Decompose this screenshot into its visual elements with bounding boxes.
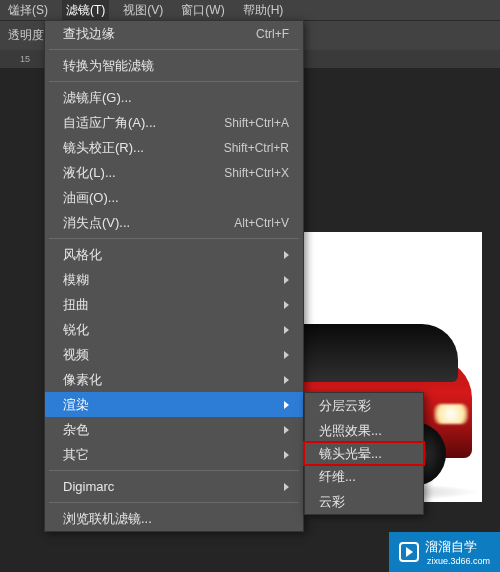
submenu-lens-flare[interactable]: 镜头光晕... [303, 441, 425, 466]
menu-filter-gallery[interactable]: 滤镜库(G)... [45, 85, 303, 110]
menu-blur[interactable]: 模糊 [45, 267, 303, 292]
menu-stylize[interactable]: 风格化 [45, 242, 303, 267]
submenu-clouds[interactable]: 云彩 [305, 489, 423, 514]
menu-convert-smart[interactable]: 转换为智能滤镜 [45, 53, 303, 78]
menu-oil-paint[interactable]: 油画(O)... [45, 185, 303, 210]
opacity-label: 透明度: [8, 27, 47, 44]
play-icon [399, 542, 419, 562]
menu-lens-correction[interactable]: 镜头校正(R)... Shift+Ctrl+R [45, 135, 303, 160]
logo-brand: 溜溜自学 [425, 538, 490, 556]
menu-digimarc[interactable]: Digimarc [45, 474, 303, 499]
menu-find-edges[interactable]: 查找边缘 Ctrl+F [45, 21, 303, 46]
chevron-right-icon [284, 401, 289, 409]
menu-sharpen[interactable]: 锐化 [45, 317, 303, 342]
menu-separator [49, 81, 299, 82]
menu-vanishing-point[interactable]: 消失点(V)... Alt+Ctrl+V [45, 210, 303, 235]
menu-view[interactable]: 视图(V) [119, 0, 167, 21]
menu-window[interactable]: 窗口(W) [177, 0, 228, 21]
menu-adaptive-wide[interactable]: 自适应广角(A)... Shift+Ctrl+A [45, 110, 303, 135]
logo-url: zixue.3d66.com [427, 556, 490, 566]
menu-browse-online[interactable]: 浏览联机滤镜... [45, 506, 303, 531]
ruler-mark: 15 [20, 54, 30, 64]
menu-separator [49, 502, 299, 503]
menu-separator [49, 238, 299, 239]
menu-liquify[interactable]: 液化(L)... Shift+Ctrl+X [45, 160, 303, 185]
submenu-lighting-effects[interactable]: 光照效果... [305, 418, 423, 443]
menubar: 馐择(S) 滤镜(T) 视图(V) 窗口(W) 帮助(H) [0, 0, 500, 20]
menu-other[interactable]: 其它 [45, 442, 303, 467]
menu-pixelate[interactable]: 像素化 [45, 367, 303, 392]
menu-help[interactable]: 帮助(H) [239, 0, 288, 21]
menu-select[interactable]: 馐择(S) [4, 0, 52, 21]
menu-separator [49, 470, 299, 471]
submenu-difference-clouds[interactable]: 分层云彩 [305, 393, 423, 418]
chevron-right-icon [284, 451, 289, 459]
menu-render[interactable]: 渲染 [45, 392, 303, 417]
chevron-right-icon [284, 276, 289, 284]
menu-video[interactable]: 视频 [45, 342, 303, 367]
chevron-right-icon [284, 376, 289, 384]
render-submenu: 分层云彩 光照效果... 镜头光晕... 纤维... 云彩 [304, 392, 424, 515]
chevron-right-icon [284, 483, 289, 491]
submenu-fibers[interactable]: 纤维... [305, 464, 423, 489]
chevron-right-icon [284, 426, 289, 434]
chevron-right-icon [284, 351, 289, 359]
chevron-right-icon [284, 251, 289, 259]
chevron-right-icon [284, 301, 289, 309]
menu-distort[interactable]: 扭曲 [45, 292, 303, 317]
watermark-logo: 溜溜自学 zixue.3d66.com [389, 532, 500, 572]
menu-noise[interactable]: 杂色 [45, 417, 303, 442]
menu-separator [49, 49, 299, 50]
chevron-right-icon [284, 326, 289, 334]
filter-menu: 查找边缘 Ctrl+F 转换为智能滤镜 滤镜库(G)... 自适应广角(A)..… [44, 20, 304, 532]
menu-filter[interactable]: 滤镜(T) [62, 0, 109, 21]
